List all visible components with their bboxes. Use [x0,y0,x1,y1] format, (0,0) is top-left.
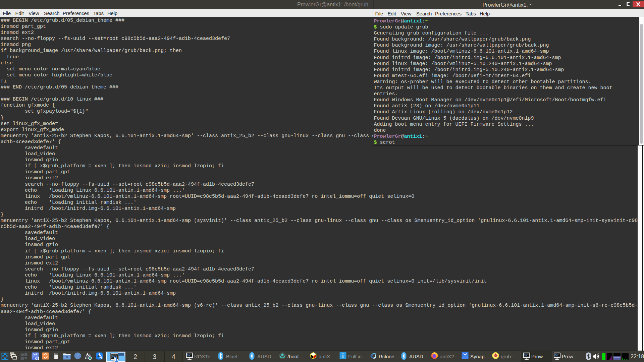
svg-text:$: $ [524,353,526,356]
svg-text:1: 1 [114,355,118,362]
svg-text:$: $ [187,353,189,356]
svg-text:$: $ [112,355,114,358]
svg-text:$: $ [555,353,556,356]
